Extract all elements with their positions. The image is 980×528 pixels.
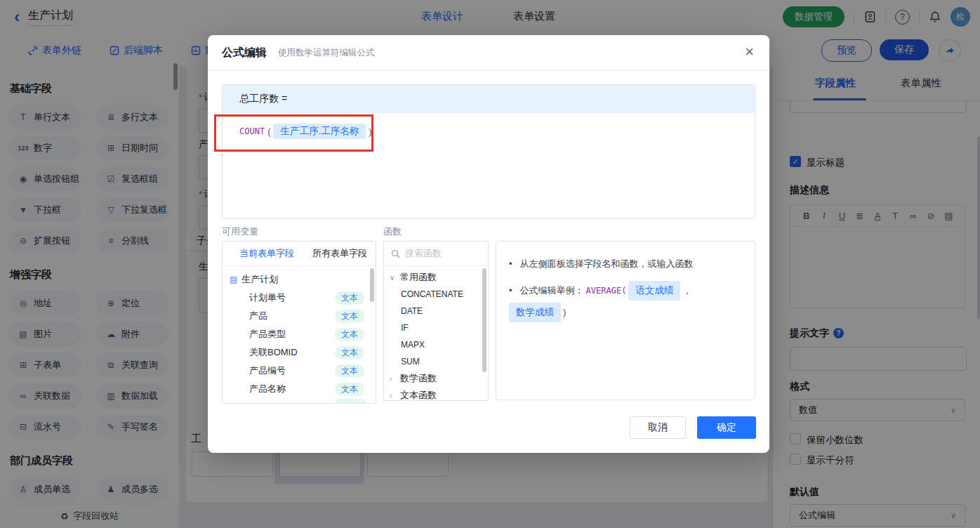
type-badge: 文本	[335, 383, 364, 396]
variables-tree-root[interactable]: ▤ 生产计划	[223, 270, 376, 289]
variable-row[interactable]: 产品文本	[223, 307, 376, 325]
formula-expression[interactable]: COUNT ( 生产工序.工序名称 )	[223, 113, 755, 150]
functions-panel: 搜索函数 ∨常用函数 CONCATENATE DATE IF MAPX SUM …	[383, 241, 489, 401]
functions-label: 函数	[383, 225, 402, 238]
screen: ‹ 生产计划 表单设计 表单设置 数据管理 ? 检 表单外链 后端脚本	[0, 0, 980, 528]
modal-subtitle: 使用数学运算符编辑公式	[278, 47, 375, 59]
function-item[interactable]: SUM	[384, 353, 488, 370]
variable-row[interactable]: 产品名称文本	[223, 380, 376, 398]
variables-label: 可用变量	[222, 225, 258, 238]
variables-scrollbar[interactable]	[370, 268, 374, 302]
function-group[interactable]: ›文本函数	[384, 387, 488, 401]
example-function-name: AVERAGE(	[586, 282, 627, 299]
variables-panel: 当前表单字段 所有表单字段 ▤ 生产计划 计划单号文本 产品文本 产品类型文本 …	[222, 241, 376, 404]
functions-scrollbar[interactable]	[482, 268, 486, 372]
variable-row[interactable]: 关联BOMID文本	[223, 343, 376, 362]
function-item[interactable]: IF	[384, 319, 488, 336]
function-group[interactable]: ∨常用函数	[384, 269, 488, 286]
form-document-icon: ▤	[230, 275, 237, 284]
tab-all-form-fields[interactable]: 所有表单字段	[312, 247, 367, 260]
tip-example-line: • 公式编辑举例： AVERAGE( 语文成绩 ， 数学成绩 )	[509, 281, 742, 322]
tip-line: • 从左侧面板选择字段名和函数，或输入函数	[509, 256, 742, 272]
cancel-button[interactable]: 取消	[630, 416, 686, 439]
variables-tabs: 当前表单字段 所有表单字段	[223, 242, 376, 266]
tab-current-form-fields[interactable]: 当前表单字段	[239, 247, 294, 260]
modal-title: 公式编辑	[222, 46, 267, 60]
function-group[interactable]: ›数学函数	[384, 370, 488, 387]
example-field-token: 语文成绩	[628, 281, 680, 301]
chevron-down-icon: ∨	[390, 274, 397, 282]
tips-panel: • 从左侧面板选择字段名和函数，或输入函数 • 公式编辑举例： AVERAGE(…	[496, 241, 755, 400]
type-badge: 文本	[335, 364, 364, 378]
formula-editor[interactable]: 总工序数 = COUNT ( 生产工序.工序名称 )	[222, 84, 755, 219]
function-item[interactable]: DATE	[384, 303, 488, 319]
type-badge: 文本	[335, 328, 364, 341]
confirm-button[interactable]: 确定	[697, 416, 756, 439]
modal-header: 公式编辑 使用数学运算符编辑公式 ×	[208, 35, 769, 71]
chevron-right-icon: ›	[390, 375, 397, 383]
function-item[interactable]: CONCATENATE	[384, 286, 488, 303]
search-placeholder: 搜索函数	[405, 247, 442, 260]
example-field-token: 数学成绩	[509, 303, 561, 322]
type-badge: 文本	[335, 346, 364, 359]
chevron-right-icon: ›	[390, 392, 397, 400]
function-search[interactable]: 搜索函数	[384, 242, 488, 266]
field-token[interactable]: 生产工序.工序名称	[273, 124, 366, 139]
formula-edit-modal: 公式编辑 使用数学运算符编辑公式 × 总工序数 = COUNT ( 生产工序.工…	[208, 35, 769, 453]
function-item[interactable]: MAPX	[384, 336, 488, 353]
type-badge: 文本	[335, 310, 364, 323]
type-badge: 文本	[335, 291, 364, 305]
formula-target-row: 总工序数 =	[223, 85, 755, 113]
variable-row[interactable]: 计划单号文本	[223, 289, 376, 307]
variable-row[interactable]: 产品类型文本	[223, 325, 376, 343]
clipped-row-hint	[335, 399, 366, 404]
close-icon[interactable]: ×	[745, 44, 754, 60]
search-icon	[391, 249, 400, 258]
function-name: COUNT	[239, 126, 265, 136]
variable-row[interactable]: 产品编号文本	[223, 362, 376, 380]
